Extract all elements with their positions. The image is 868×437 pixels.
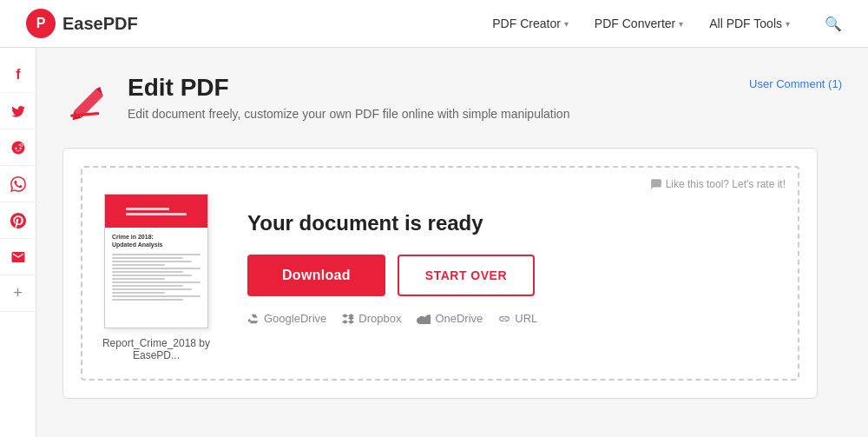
header: P EasePDF PDF Creator ▾ PDF Converter ▾ … [0, 0, 868, 48]
svg-point-5 [15, 147, 16, 149]
thumb-text-line [112, 268, 201, 269]
thumb-text-line [112, 281, 201, 283]
dashed-area: Like this tool? Let's rate it! Crime in … [81, 166, 799, 381]
plus-icon: + [13, 284, 23, 302]
social-sidebar: f + [0, 48, 36, 437]
action-buttons: Download START OVER [247, 255, 535, 296]
email-share-button[interactable] [0, 239, 36, 275]
thumb-text-line [112, 264, 165, 266]
logo[interactable]: P EasePDF [26, 9, 138, 38]
whatsapp-icon [10, 176, 26, 192]
nav-all-pdf-tools[interactable]: All PDF Tools ▾ [709, 17, 790, 30]
svg-text:P: P [36, 16, 46, 30]
svg-point-6 [19, 147, 21, 149]
thumb-text-line [112, 285, 183, 287]
download-button[interactable]: Download [247, 255, 385, 296]
pinterest-share-button[interactable] [0, 202, 36, 239]
svg-text:f: f [16, 67, 21, 82]
pdf-thumb-header [105, 195, 207, 228]
pdf-thumb-header-lines [119, 203, 194, 220]
thumb-text-line [112, 275, 192, 276]
google-drive-icon [247, 313, 260, 325]
tool-card: Like this tool? Let's rate it! Crime in … [62, 148, 818, 399]
link-icon [498, 313, 510, 325]
chevron-down-icon: ▾ [679, 19, 683, 29]
rate-link[interactable]: Like this tool? Let's rate it! [650, 178, 786, 190]
ready-title: Your document is ready [247, 211, 483, 235]
onedrive-label: OneDrive [435, 312, 483, 325]
thumb-text-line [112, 254, 201, 255]
page-title-block: Edit PDF Edit document freely, customize… [128, 74, 749, 121]
start-over-button[interactable]: START OVER [398, 255, 535, 296]
reddit-share-button[interactable] [0, 129, 36, 166]
more-share-button[interactable]: + [0, 275, 36, 312]
twitter-icon [10, 103, 26, 119]
thumb-text-line [112, 299, 183, 301]
url-label: URL [515, 312, 537, 325]
facebook-icon: f [10, 67, 26, 83]
email-icon [10, 249, 26, 265]
url-option[interactable]: URL [498, 312, 537, 325]
chevron-down-icon: ▾ [564, 19, 569, 29]
pinterest-icon [10, 213, 26, 228]
ready-section: Your document is ready Download START OV… [247, 194, 780, 325]
nav-pdf-creator[interactable]: PDF Creator ▾ [492, 17, 569, 30]
cloud-options: GoogleDrive Dropbox OneDrive [247, 312, 537, 325]
pdf-thumbnail: Crime in 2018:Updated Analysis [104, 194, 208, 328]
pdf-title-text: Crime in 2018:Updated Analysis [112, 233, 201, 248]
reddit-icon [10, 140, 26, 156]
pdf-thumb-body: Crime in 2018:Updated Analysis [105, 228, 207, 306]
google-drive-label: GoogleDrive [264, 312, 326, 325]
thumb-line [126, 208, 169, 210]
logo-text: EasePDF [62, 14, 138, 34]
thumb-text-line [112, 257, 183, 259]
whatsapp-share-button[interactable] [0, 166, 36, 202]
svg-point-4 [11, 141, 24, 154]
user-comment-link[interactable]: User Comment (1) [749, 77, 842, 90]
comment-icon [650, 178, 662, 190]
edit-pdf-icon-container [62, 74, 115, 126]
main-nav: PDF Creator ▾ PDF Converter ▾ All PDF To… [492, 16, 842, 32]
nav-pdf-converter[interactable]: PDF Converter ▾ [595, 17, 683, 30]
thumb-text-line [112, 261, 192, 262]
page-header: Edit PDF Edit document freely, customize… [62, 74, 842, 126]
thumb-text-line [112, 292, 165, 294]
rate-text: Like this tool? Let's rate it! [666, 178, 786, 190]
thumb-text-line [112, 295, 201, 297]
logo-icon: P [26, 9, 56, 38]
google-drive-option[interactable]: GoogleDrive [247, 312, 326, 325]
chevron-down-icon: ▾ [786, 19, 790, 29]
svg-point-7 [20, 143, 23, 146]
dropbox-icon [342, 313, 354, 325]
onedrive-option[interactable]: OneDrive [417, 312, 483, 325]
onedrive-icon [417, 314, 431, 324]
facebook-share-button[interactable]: f [0, 56, 36, 93]
pdf-preview: Crime in 2018:Updated Analysis [100, 194, 213, 361]
thumb-text-line [112, 288, 192, 290]
pencil-icon [67, 78, 110, 122]
thumb-line [126, 213, 187, 215]
pdf-filename: Report_Crime_2018 by EasePD... [100, 337, 213, 361]
thumb-text-line [112, 271, 183, 273]
page-subtitle: Edit document freely, customize your own… [128, 107, 749, 121]
page-title: Edit PDF [128, 74, 749, 102]
thumb-text-line [112, 278, 165, 280]
dropbox-label: Dropbox [358, 312, 401, 325]
twitter-share-button[interactable] [0, 93, 36, 129]
search-icon[interactable]: 🔍 [825, 16, 842, 32]
main-content: Edit PDF Edit document freely, customize… [36, 48, 868, 437]
dropbox-option[interactable]: Dropbox [342, 312, 401, 325]
